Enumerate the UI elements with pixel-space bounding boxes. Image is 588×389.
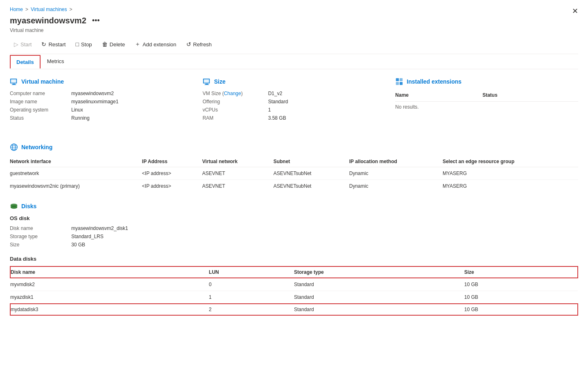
size-icon xyxy=(203,77,211,86)
net-col-interface: Network interface xyxy=(10,156,142,167)
data-disks-col-size: Size xyxy=(464,266,578,278)
networking-section-header: Networking xyxy=(10,143,578,151)
disks-section-title: Disks xyxy=(21,203,36,209)
ext-icon-svg xyxy=(395,77,403,86)
net-col-subnet: Subnet xyxy=(274,156,349,167)
size-icon-svg xyxy=(203,77,211,86)
networking-icon xyxy=(10,143,18,151)
net-col-rg: Select an edge resource group xyxy=(443,156,578,167)
networking-section: Networking Network interface IP Address … xyxy=(10,143,578,192)
disks-section-header: Disks xyxy=(10,202,578,210)
svg-rect-2 xyxy=(12,84,15,84)
restart-button[interactable]: ↻ Restart xyxy=(37,39,70,50)
start-button[interactable]: ▷ Start xyxy=(10,39,36,50)
net-row-2-rg: MYASERG xyxy=(443,180,578,193)
stop-label: Stop xyxy=(81,41,92,48)
disks-icon xyxy=(10,202,18,210)
breadcrumb-virtual-machines[interactable]: Virtual machines xyxy=(31,7,67,12)
extensions-section-header: Installed extensions xyxy=(395,77,578,86)
restart-label: Restart xyxy=(48,41,66,48)
breadcrumb-home[interactable]: Home xyxy=(10,7,23,12)
add-extension-label: Add extension xyxy=(142,41,176,48)
start-label: Start xyxy=(20,41,32,48)
ram-value: 3.58 GB xyxy=(268,115,386,121)
vcpus-value: 1 xyxy=(268,107,386,113)
vm-size-change-link[interactable]: Change xyxy=(224,91,241,96)
vm-status-row: Status Running xyxy=(10,115,193,121)
refresh-icon: ↺ xyxy=(186,41,191,48)
delete-button[interactable]: 🗑 Delete xyxy=(98,39,129,50)
storage-type-value: Standard_LRS xyxy=(71,234,578,239)
vm-status-label: Status xyxy=(10,115,71,121)
svg-rect-6 xyxy=(205,84,208,84)
data-disk-2-storage: Standard xyxy=(294,291,464,304)
disk-size-value: 30 GB xyxy=(71,242,578,248)
extensions-icon xyxy=(395,77,403,86)
disk-name-row: Disk name myasewindowsvm2_disk1 xyxy=(10,225,578,231)
svg-point-19 xyxy=(11,206,17,209)
offering-row: Offering Standard xyxy=(203,99,386,105)
data-disk-row-3[interactable]: mydatadisk3 2 Standard 10 GB xyxy=(10,304,578,315)
breadcrumb-sep2: > xyxy=(70,7,72,12)
data-disk-row-1: myvmdisk2 0 Standard 10 GB xyxy=(10,278,578,291)
vm-icon xyxy=(10,77,18,86)
vcpus-row: vCPUs 1 xyxy=(203,107,386,113)
vm-section-title: Virtual machine xyxy=(21,78,64,85)
vm-size-value: D1_v2 xyxy=(268,91,386,96)
svg-rect-8 xyxy=(396,78,399,81)
stop-button[interactable]: □ Stop xyxy=(71,39,96,50)
refresh-button[interactable]: ↺ Refresh xyxy=(182,39,216,50)
disk-icon-svg xyxy=(10,202,18,211)
data-disk-3-storage: Standard xyxy=(294,304,464,315)
disk-name-label: Disk name xyxy=(10,225,71,231)
os-disk-title: OS disk xyxy=(10,215,578,221)
offering-value: Standard xyxy=(268,99,386,105)
subtitle: Virtual machine xyxy=(10,27,578,33)
data-disk-2-lun: 1 xyxy=(209,291,294,304)
vm-section-header: Virtual machine xyxy=(10,77,193,86)
disk-size-label: Size xyxy=(10,242,71,248)
vm-status-value: Running xyxy=(71,115,193,121)
offering-label: Offering xyxy=(203,99,268,105)
size-section-title: Size xyxy=(214,78,226,85)
stop-icon: □ xyxy=(75,41,79,48)
net-row-1-allocation: Dynamic xyxy=(349,167,443,180)
vm-os-label: Operating system xyxy=(10,107,71,113)
net-row-1-subnet: ASEVNETsubNet xyxy=(274,167,349,180)
net-col-allocation: IP allocation method xyxy=(349,156,443,167)
close-button[interactable]: ✕ xyxy=(572,7,578,16)
vm-os-row: Operating system Linux xyxy=(10,107,193,113)
vm-section: Virtual machine Computer name myasewindo… xyxy=(10,77,193,123)
restart-icon: ↻ xyxy=(41,41,46,48)
data-disks-col-storage: Storage type xyxy=(294,266,464,278)
ram-row: RAM 3.58 GB xyxy=(203,115,386,121)
extensions-table: Name Status No results. xyxy=(395,91,578,112)
vm-image-name-value: myaselinuxvmimage1 xyxy=(71,99,193,105)
data-disk-1-lun: 0 xyxy=(209,278,294,291)
net-col-vnet: Virtual network xyxy=(202,156,274,167)
net-row-2-subnet: ASEVNETsubNet xyxy=(274,180,349,193)
delete-label: Delete xyxy=(110,41,125,48)
size-section: Size VM Size (Change) D1_v2 Offering Sta… xyxy=(203,77,386,123)
net-row-1: guestnetwork <IP address> ASEVNET ASEVNE… xyxy=(10,167,578,180)
tab-details[interactable]: Details xyxy=(10,55,41,68)
refresh-label: Refresh xyxy=(193,41,212,48)
storage-type-row: Storage type Standard_LRS xyxy=(10,234,578,239)
more-options-button[interactable]: ••• xyxy=(90,16,102,26)
data-disk-3-lun: 2 xyxy=(209,304,294,315)
add-extension-button[interactable]: ＋ Add extension xyxy=(131,38,180,50)
data-disk-row-2: myazdisk1 1 Standard 10 GB xyxy=(10,291,578,304)
tab-metrics[interactable]: Metrics xyxy=(41,54,71,69)
top-sections: Virtual machine Computer name myasewindo… xyxy=(10,77,578,133)
net-col-ip: IP Address xyxy=(142,156,202,167)
vm-computer-name-value: myasewindowsvm2 xyxy=(71,91,193,96)
net-row-1-ip: <IP address> xyxy=(142,167,202,180)
start-icon: ▷ xyxy=(14,41,18,48)
size-section-header: Size xyxy=(203,77,386,86)
data-disk-1-size: 10 GB xyxy=(464,278,578,291)
data-disks-title: Data disks xyxy=(10,256,578,262)
vm-computer-name-row: Computer name myasewindowsvm2 xyxy=(10,91,193,96)
data-disk-3-name: mydatadisk3 xyxy=(10,304,209,315)
networking-icon-svg xyxy=(10,143,18,152)
net-row-2-ip: <IP address> xyxy=(142,180,202,193)
